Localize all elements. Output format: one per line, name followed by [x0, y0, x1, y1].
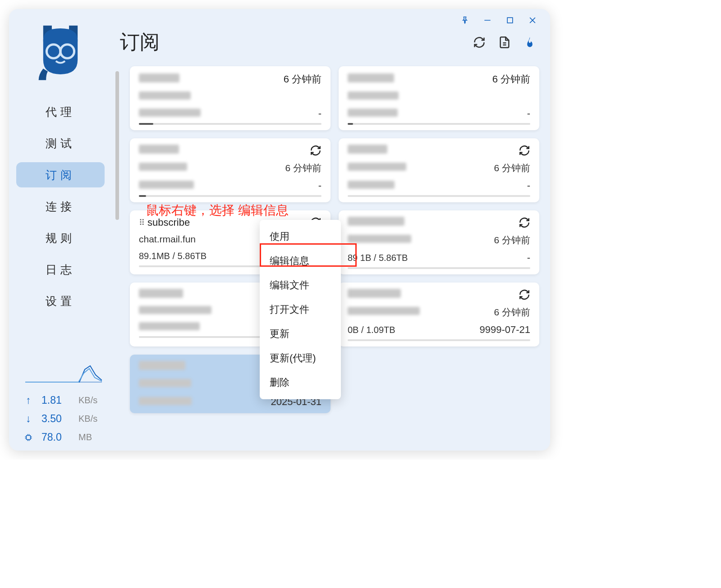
nav: 代理 测试 订阅 连接 规则 日志 设置 [9, 99, 112, 314]
card-progress [348, 195, 530, 197]
card-refresh-button[interactable] [519, 289, 530, 301]
stat-value: 1.81 [41, 394, 70, 406]
card-usage: 89.1MB / 5.86TB [139, 251, 207, 261]
subscription-card[interactable]: 6 分钟前 - [339, 138, 539, 202]
card-refresh-button[interactable] [519, 145, 530, 156]
card-progress [348, 123, 530, 125]
nav-logs[interactable]: 日志 [16, 257, 105, 282]
nav-label: 代理 [46, 105, 75, 119]
card-progress [139, 123, 321, 125]
annotation-text: 鼠标右键，选择 编辑信息 [146, 202, 289, 219]
card-time: 6 分钟前 [285, 162, 321, 174]
context-menu-item[interactable]: 编辑文件 [260, 273, 341, 297]
sidebar: 代理 测试 订阅 连接 规则 日志 设置 ↑ 1.81 KB/s ↓ 3.50 … [9, 9, 112, 451]
context-menu-item[interactable]: 删除 [260, 370, 341, 395]
stat-download: ↓ 3.50 KB/s [23, 413, 105, 425]
maximize-button[interactable] [505, 15, 515, 25]
app-logo [29, 20, 92, 83]
card-sub [139, 379, 191, 390]
card-time: 6 分钟前 [494, 162, 530, 174]
card-right-value: - [318, 108, 321, 119]
card-usage [139, 109, 201, 119]
refresh-all-button[interactable] [473, 36, 486, 49]
svg-rect-1 [507, 18, 513, 23]
card-name [348, 217, 404, 228]
stat-upload: ↑ 1.81 KB/s [23, 394, 105, 406]
context-menu-item[interactable]: 更新 [260, 322, 341, 346]
main-header: 订阅 [120, 29, 542, 55]
stat-unit: MB [78, 432, 92, 442]
nav-label: 设置 [46, 294, 75, 309]
nav-label: 测试 [46, 136, 75, 151]
context-menu: 使用编辑信息编辑文件打开文件更新更新(代理)删除 [260, 220, 341, 399]
card-name [139, 289, 183, 301]
card-sub [139, 91, 191, 102]
subscription-card[interactable]: 6 分钟前89 1B / 5.86TB- [339, 210, 539, 274]
card-refresh-button[interactable] [310, 145, 321, 156]
card-usage [348, 181, 395, 191]
card-time: 6 分钟前 [494, 306, 530, 319]
card-sub: chat.rmail.fun [139, 234, 196, 245]
card-sub [139, 163, 187, 173]
minimize-button[interactable] [482, 15, 492, 25]
card-right-value: 9999-07-21 [479, 324, 530, 336]
card-name [348, 73, 394, 85]
stats-panel: ↑ 1.81 KB/s ↓ 3.50 KB/s 78.0 MB [23, 394, 105, 443]
card-time: 6 分钟前 [284, 73, 321, 86]
card-usage: 89 1B / 5.86TB [348, 253, 408, 263]
svg-rect-8 [27, 435, 31, 439]
arrow-up-icon: ↑ [23, 394, 33, 406]
pin-button[interactable] [460, 15, 470, 25]
subscription-card[interactable]: 6 分钟前 - [339, 66, 539, 130]
drag-handle-icon[interactable]: ⠿ [139, 218, 144, 228]
nav-proxy[interactable]: 代理 [16, 99, 105, 124]
card-progress [348, 339, 530, 341]
card-usage [348, 109, 398, 119]
traffic-sparkline [25, 362, 102, 384]
fire-button[interactable] [523, 36, 537, 49]
card-sub [348, 91, 399, 102]
context-menu-item[interactable]: 使用 [260, 224, 341, 249]
card-sub [348, 235, 411, 246]
scrollbar-thumb[interactable] [115, 71, 119, 220]
card-usage [139, 322, 200, 333]
card-right-value: - [318, 180, 321, 191]
card-name [139, 73, 179, 85]
context-menu-item[interactable]: 更新(代理) [260, 346, 341, 370]
card-sub [348, 163, 406, 173]
nav-test[interactable]: 测试 [16, 131, 105, 156]
context-menu-item[interactable]: 打开文件 [260, 297, 341, 322]
nav-connections[interactable]: 连接 [16, 194, 105, 219]
card-sub [139, 306, 211, 317]
card-right-value: - [527, 180, 530, 191]
subscription-card[interactable]: 6 分钟前0B / 1.09TB9999-07-21 [339, 283, 539, 346]
card-right-value: - [527, 252, 530, 264]
nav-subscribe[interactable]: 订阅 [16, 162, 105, 187]
card-time: 6 分钟前 [492, 73, 530, 86]
card-name [139, 145, 179, 156]
app-window: 代理 测试 订阅 连接 规则 日志 设置 ↑ 1.81 KB/s ↓ 3.50 … [9, 9, 550, 451]
page-title: 订阅 [120, 29, 160, 55]
card-refresh-button[interactable] [519, 217, 530, 228]
file-button[interactable] [498, 36, 511, 49]
subscription-card[interactable]: 6 分钟前 - [130, 66, 331, 130]
stat-value: 78.0 [41, 431, 70, 443]
card-name [348, 289, 401, 301]
context-menu-item[interactable]: 编辑信息 [260, 249, 341, 273]
close-button[interactable] [528, 15, 537, 25]
card-usage: 0B / 1.09TB [348, 325, 395, 335]
card-sub [348, 307, 420, 318]
nav-rules[interactable]: 规则 [16, 225, 105, 251]
stat-memory: 78.0 MB [23, 431, 105, 443]
nav-settings[interactable]: 设置 [16, 288, 105, 314]
window-titlebar [447, 9, 550, 32]
card-usage [139, 397, 192, 407]
chip-icon [23, 433, 33, 442]
nav-label: 规则 [46, 231, 75, 246]
scrollbar[interactable] [115, 68, 119, 437]
card-time: 6 分钟前 [494, 234, 530, 246]
nav-label: 订阅 [46, 168, 75, 182]
subscription-card[interactable]: 6 分钟前 - [130, 138, 331, 202]
arrow-down-icon: ↓ [23, 413, 33, 425]
card-name [348, 145, 387, 156]
